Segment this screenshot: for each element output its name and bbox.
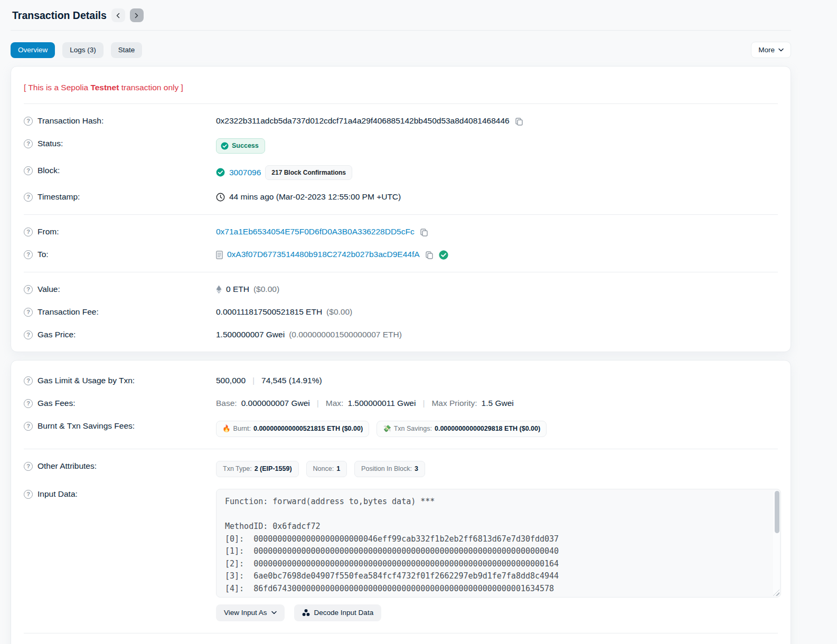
gas-limit-label: Gas Limit & Usage by Txn: xyxy=(37,375,135,386)
copy-transaction-hash-button[interactable] xyxy=(514,117,524,126)
verified-check-icon xyxy=(439,250,448,260)
row-value: ? Value: 0 ETH ($0.00) xyxy=(11,278,791,301)
row-from: ? From: 0x71a1Eb6534054E75F0D6fD0A3B0A33… xyxy=(11,221,791,243)
help-icon[interactable]: ? xyxy=(24,376,33,385)
copy-icon xyxy=(420,228,428,236)
header-divider xyxy=(11,30,791,31)
row-block: ? Block: 3007096 217 Block Confirmations xyxy=(11,159,791,186)
page-header: Transaction Details xyxy=(11,0,791,30)
clock-icon xyxy=(216,193,225,202)
money-wings-icon: 💸 xyxy=(383,424,391,433)
burnt-savings-label: Burnt & Txn Savings Fees: xyxy=(37,421,135,432)
page-title: Transaction Details xyxy=(12,10,107,22)
block-number-link[interactable]: 3007096 xyxy=(229,167,261,178)
transaction-hash-value: 0x2322b311adcb5da737d012cdcf71a4a29f4068… xyxy=(216,116,510,127)
gas-limit-value: 500,000 xyxy=(216,375,246,386)
pipe-separator: | xyxy=(250,375,257,386)
copy-icon xyxy=(425,251,434,259)
chevron-right-icon xyxy=(134,13,139,18)
value-usd: ($0.00) xyxy=(253,284,279,295)
more-label: More xyxy=(758,46,775,54)
tab-logs[interactable]: Logs (3) xyxy=(62,42,104,58)
chevron-down-icon xyxy=(271,611,277,614)
max-priority-fee-label: Max Priority: xyxy=(431,398,477,409)
status-badge-label: Success xyxy=(232,141,259,150)
previous-transaction-button[interactable] xyxy=(111,8,125,22)
help-icon[interactable]: ? xyxy=(24,422,33,431)
help-icon[interactable]: ? xyxy=(24,462,33,471)
decode-input-data-button[interactable]: Decode Input Data xyxy=(294,604,382,621)
row-gas-price: ? Gas Price: 1.500000007 Gwei (0.0000000… xyxy=(11,324,791,346)
status-badge: Success xyxy=(216,138,265,154)
help-icon[interactable]: ? xyxy=(24,308,33,317)
copy-from-address-button[interactable] xyxy=(419,228,429,236)
check-circle-icon xyxy=(216,168,225,177)
overview-card-secondary: ? Gas Limit & Usage by Txn: 500,000 | 74… xyxy=(11,360,791,644)
chevron-left-icon xyxy=(115,13,121,18)
help-icon[interactable]: ? xyxy=(24,193,33,202)
row-to: ? To: 0xA3f07D6773514480b918C2742b027b3a… xyxy=(11,243,791,266)
help-icon[interactable]: ? xyxy=(24,285,33,294)
help-icon[interactable]: ? xyxy=(24,139,33,148)
row-status: ? Status: Success xyxy=(11,132,791,159)
more-dropdown-button[interactable]: More xyxy=(751,42,791,58)
tabs-row: Overview Logs (3) State More xyxy=(11,42,791,58)
burnt-value: 0.000000000000521815 ETH ($0.00) xyxy=(253,424,363,433)
transaction-fee-amount: 0.000111817500521815 ETH xyxy=(216,307,322,318)
base-fee-value: 0.000000007 Gwei xyxy=(241,398,310,409)
view-input-as-button[interactable]: View Input As xyxy=(216,604,285,621)
other-attributes-label: Other Attributes: xyxy=(37,461,97,472)
max-priority-fee-value: 1.5 Gwei xyxy=(482,398,514,409)
check-circle-icon xyxy=(221,142,229,150)
gas-price-label: Gas Price: xyxy=(37,329,76,340)
block-label: Block: xyxy=(37,165,60,176)
transaction-fee-label: Transaction Fee: xyxy=(37,307,99,318)
max-fee-label: Max: xyxy=(326,398,344,409)
divider xyxy=(24,449,778,449)
divider xyxy=(24,633,778,633)
help-icon[interactable]: ? xyxy=(24,330,33,339)
testnet-notice: [ This is a Sepolia Testnet transaction … xyxy=(11,71,791,98)
help-icon[interactable]: ? xyxy=(24,166,33,175)
help-icon[interactable]: ? xyxy=(24,250,33,259)
status-label: Status: xyxy=(37,138,63,149)
next-transaction-button[interactable] xyxy=(130,8,144,22)
row-transaction-hash: ? Transaction Hash: 0x2322b311adcb5da737… xyxy=(11,110,791,132)
input-data-textarea[interactable]: Function: forward(address to,bytes data)… xyxy=(216,489,781,598)
timestamp-value: 44 mins ago (Mar-02-2023 12:55:00 PM +UT… xyxy=(229,192,401,203)
gas-fees-label: Gas Fees: xyxy=(37,398,76,409)
help-icon[interactable]: ? xyxy=(24,228,33,236)
row-input-data: ? Input Data: Function: forward(address … xyxy=(11,483,791,627)
row-gas-fees: ? Gas Fees: Base: 0.000000007 Gwei | Max… xyxy=(11,392,791,415)
help-icon[interactable]: ? xyxy=(24,399,33,408)
gas-price-eth: (0.000000001500000007 ETH) xyxy=(289,329,402,340)
input-data-content: Function: forward(address to,bytes data)… xyxy=(217,489,780,598)
row-burnt-savings-fees: ? Burnt & Txn Savings Fees: 🔥 Burnt: 0.0… xyxy=(11,415,791,443)
row-other-attributes: ? Other Attributes: Txn Type: 2 (EIP-155… xyxy=(11,455,791,483)
base-fee-label: Base: xyxy=(216,398,237,409)
help-icon[interactable]: ? xyxy=(24,117,33,126)
chevron-down-icon xyxy=(778,48,784,52)
from-address-link[interactable]: 0x71a1Eb6534054E75F0D6fD0A3B0A336228DD5c… xyxy=(216,226,415,238)
txn-type-badge: Txn Type: 2 (EIP-1559) xyxy=(216,461,299,477)
help-icon[interactable]: ? xyxy=(24,490,33,499)
row-more-details: More Details: — Click to show less xyxy=(11,639,791,644)
input-data-actions: View Input As Decode Input Data xyxy=(216,604,381,621)
burnt-label: Burnt: xyxy=(233,424,251,433)
divider xyxy=(24,103,778,104)
pipe-separator: | xyxy=(420,398,427,409)
fire-icon: 🔥 xyxy=(222,424,231,433)
position-in-block-badge: Position In Block: 3 xyxy=(354,461,425,477)
divider xyxy=(24,272,778,272)
gas-usage-value: 74,545 (14.91%) xyxy=(261,375,322,386)
row-gas-limit-usage: ? Gas Limit & Usage by Txn: 500,000 | 74… xyxy=(11,365,791,392)
scrollbar-thumb[interactable] xyxy=(775,491,779,533)
copy-to-address-button[interactable] xyxy=(424,251,435,259)
transaction-fee-usd: ($0.00) xyxy=(326,307,352,318)
block-confirmations-badge: 217 Block Confirmations xyxy=(265,165,352,180)
overview-card-primary: [ This is a Sepolia Testnet transaction … xyxy=(11,66,791,352)
tab-state[interactable]: State xyxy=(111,42,143,58)
tab-overview[interactable]: Overview xyxy=(11,42,55,58)
to-address-link[interactable]: 0xA3f07D6773514480b918C2742b027b3acD9E44… xyxy=(227,249,420,260)
value-amount: 0 ETH xyxy=(226,284,249,295)
